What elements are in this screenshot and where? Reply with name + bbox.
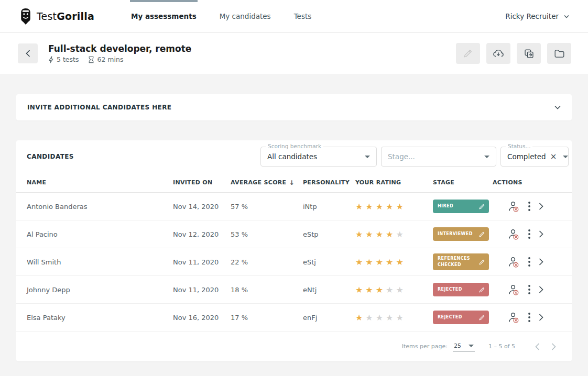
- table-row[interactable]: Antonio Banderas Nov 14, 2020 57 % iNtp …: [16, 193, 572, 220]
- stage-select[interactable]: Stage...: [381, 147, 496, 167]
- stage-badge[interactable]: INTERVIEWED: [433, 227, 489, 241]
- reject-candidate-button[interactable]: [507, 228, 520, 240]
- nav-tab-my-candidates[interactable]: My candidates: [220, 0, 271, 32]
- star-rating[interactable]: ★★★★★: [355, 202, 433, 212]
- sort-desc-icon: ↓: [289, 179, 294, 186]
- stage-badge[interactable]: REFERENCES CHECKED: [433, 253, 489, 270]
- star-icon[interactable]: ★: [365, 313, 375, 323]
- back-button[interactable]: [18, 43, 38, 63]
- star-icon[interactable]: ★: [355, 257, 365, 267]
- column-header-personality[interactable]: PERSONALITY: [303, 179, 355, 186]
- star-icon[interactable]: ★: [386, 313, 396, 323]
- star-icon[interactable]: ★: [376, 285, 386, 295]
- download-results-button[interactable]: [486, 43, 510, 64]
- star-icon[interactable]: ★: [376, 257, 386, 267]
- column-header-average-score[interactable]: AVERAGE SCORE↓: [231, 179, 303, 186]
- previous-page-button[interactable]: [535, 343, 540, 350]
- brand-logo[interactable]: TestGorilla: [19, 0, 94, 32]
- candidate-name: Johnny Depp: [27, 286, 173, 294]
- star-icon[interactable]: ★: [396, 257, 406, 267]
- star-icon[interactable]: ★: [355, 229, 365, 239]
- star-icon[interactable]: ★: [396, 202, 406, 212]
- scoring-benchmark-select[interactable]: Scoring benchmark All candidates: [260, 147, 377, 167]
- stage-badge[interactable]: HIRED: [433, 200, 489, 213]
- star-icon[interactable]: ★: [386, 229, 396, 239]
- star-icon[interactable]: ★: [386, 257, 396, 267]
- chevron-right-icon: [551, 343, 556, 350]
- chevron-right-icon: [539, 230, 543, 238]
- nav-tab-label: Tests: [294, 12, 312, 20]
- star-icon[interactable]: ★: [376, 202, 386, 212]
- star-icon[interactable]: ★: [386, 202, 396, 212]
- stage-placeholder: Stage...: [388, 152, 478, 161]
- items-per-page-select[interactable]: 25: [453, 341, 475, 351]
- star-icon[interactable]: ★: [386, 285, 396, 295]
- folder-icon: [554, 49, 565, 59]
- reject-candidate-button[interactable]: [507, 201, 520, 213]
- star-icon[interactable]: ★: [355, 313, 365, 323]
- chevron-right-icon: [539, 258, 543, 266]
- star-icon[interactable]: ★: [355, 285, 365, 295]
- star-icon[interactable]: ★: [376, 313, 386, 323]
- star-icon[interactable]: ★: [365, 285, 375, 295]
- average-score: 18 %: [231, 286, 303, 294]
- open-candidate-button[interactable]: [539, 286, 543, 293]
- column-header-your-rating[interactable]: YOUR RATING: [355, 179, 433, 186]
- reject-candidate-button[interactable]: [507, 284, 520, 296]
- star-rating[interactable]: ★★★★★: [355, 313, 433, 323]
- row-menu-button[interactable]: [528, 313, 530, 322]
- row-menu-button[interactable]: [528, 202, 530, 211]
- star-icon[interactable]: ★: [396, 313, 406, 323]
- open-candidate-button[interactable]: [539, 258, 543, 266]
- stage-badge-label: REJECTED: [438, 314, 462, 320]
- open-candidate-button[interactable]: [539, 203, 543, 210]
- star-rating[interactable]: ★★★★★: [355, 257, 433, 267]
- star-icon[interactable]: ★: [396, 285, 406, 295]
- archive-assessment-button[interactable]: [547, 43, 571, 64]
- star-rating[interactable]: ★★★★★: [355, 229, 433, 239]
- star-icon[interactable]: ★: [376, 229, 386, 239]
- invite-candidates-panel[interactable]: INVITE ADDITIONAL CANDIDATES HERE: [16, 94, 572, 120]
- chevron-down-icon[interactable]: [554, 105, 561, 109]
- stage-badge[interactable]: REJECTED: [433, 311, 489, 324]
- hourglass-icon: [88, 56, 94, 63]
- star-rating[interactable]: ★★★★★: [355, 285, 433, 295]
- open-candidate-button[interactable]: [539, 314, 543, 321]
- status-select[interactable]: Status... Completed ×: [500, 147, 569, 167]
- table-row[interactable]: Will Smith Nov 11, 2020 22 % eStj ★★★★★ …: [16, 248, 572, 276]
- next-page-button[interactable]: [551, 343, 556, 350]
- candidate-name: Al Pacino: [27, 230, 173, 238]
- chevron-left-icon: [535, 343, 540, 350]
- invited-on: Nov 14, 2020: [173, 203, 231, 211]
- nav-tab-tests[interactable]: Tests: [294, 0, 312, 32]
- duplicate-assessment-button[interactable]: [517, 43, 541, 64]
- star-icon[interactable]: ★: [355, 202, 365, 212]
- reject-candidate-icon: [507, 284, 520, 296]
- nav-tab-my-assessments[interactable]: My assessments: [131, 0, 197, 32]
- table-row[interactable]: Elsa Pataky Nov 16, 2020 17 % enFj ★★★★★…: [16, 304, 572, 331]
- row-menu-button[interactable]: [528, 257, 530, 267]
- column-header-name[interactable]: NAME: [27, 179, 173, 186]
- reject-candidate-button[interactable]: [507, 312, 520, 324]
- table-row[interactable]: Al Pacino Nov 12, 2020 53 % eStp ★★★★★ I…: [16, 220, 572, 248]
- row-menu-button[interactable]: [528, 229, 530, 239]
- open-candidate-button[interactable]: [539, 230, 543, 238]
- average-score: 17 %: [231, 314, 303, 322]
- user-menu[interactable]: Ricky Recruiter: [505, 0, 569, 32]
- column-header-stage[interactable]: STAGE: [433, 179, 493, 186]
- average-score: 53 %: [231, 230, 303, 238]
- kebab-menu-icon: [528, 229, 530, 239]
- row-menu-button[interactable]: [528, 285, 530, 294]
- star-icon[interactable]: ★: [365, 202, 375, 212]
- column-header-invited-on[interactable]: INVITED ON: [173, 179, 231, 186]
- stage-badge[interactable]: REJECTED: [433, 283, 489, 296]
- star-icon[interactable]: ★: [396, 229, 406, 239]
- star-icon[interactable]: ★: [365, 257, 375, 267]
- table-row[interactable]: Johnny Depp Nov 11, 2020 18 % eNtj ★★★★★…: [16, 276, 572, 304]
- reject-candidate-button[interactable]: [507, 256, 520, 268]
- candidates-table: NAME INVITED ON AVERAGE SCORE↓ PERSONALI…: [16, 173, 572, 331]
- edit-assessment-button[interactable]: [456, 43, 480, 64]
- clear-icon[interactable]: ×: [550, 153, 557, 161]
- gorilla-logo-icon: [19, 8, 32, 25]
- star-icon[interactable]: ★: [365, 229, 375, 239]
